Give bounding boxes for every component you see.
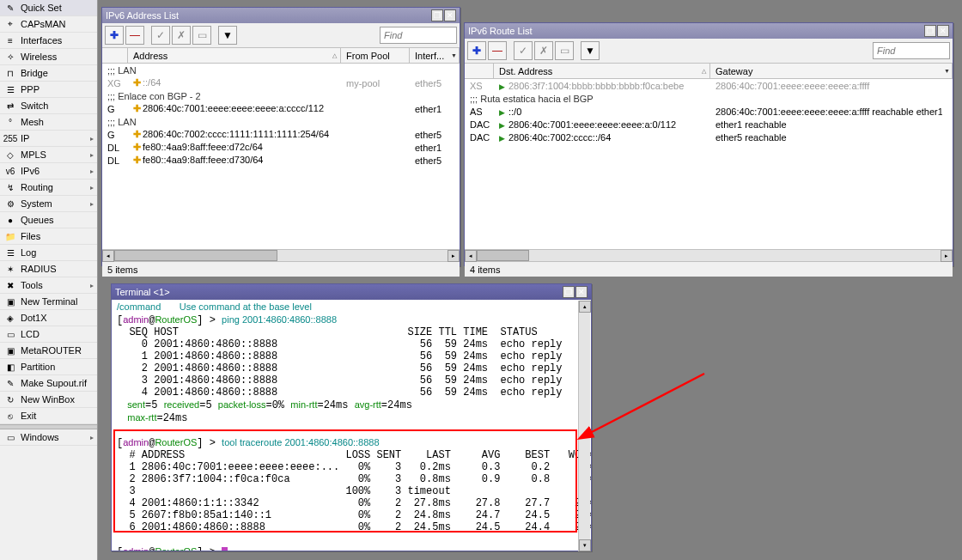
column-interface[interactable]: Interf...▼ bbox=[410, 48, 460, 63]
sidebar-item[interactable]: ✎Make Supout.rif bbox=[0, 375, 97, 392]
table-row[interactable]: DAC▶2806:40c:7002:cccc::/64ether5 reacha… bbox=[465, 131, 953, 143]
address-icon: ✚ bbox=[133, 129, 141, 139]
table-row[interactable]: DAC▶2806:40c:7001:eeee:eeee:eeee:a:0/112… bbox=[465, 118, 953, 131]
scroll-down-button[interactable]: ▾ bbox=[579, 539, 591, 551]
menu-icon: ◈ bbox=[3, 311, 17, 325]
sidebar-item[interactable]: ▭LCD bbox=[0, 326, 97, 343]
address-icon: ✚ bbox=[133, 155, 141, 165]
comment-button[interactable]: ▭ bbox=[555, 41, 574, 60]
window-close-button[interactable]: ✕ bbox=[444, 9, 456, 21]
find-input[interactable] bbox=[380, 27, 457, 44]
table-group: ;;; Enlace con BGP - 2 bbox=[102, 89, 460, 102]
table-row[interactable]: XG✚::/64my-poolether5 bbox=[102, 76, 460, 89]
table-row[interactable]: DL✚fe80::4aa9:8aff:feee:d730/64ether5 bbox=[102, 154, 460, 167]
table-row[interactable]: G✚2806:40c:7002:cccc:1111:1111:1111:254/… bbox=[102, 128, 460, 141]
sidebar-item[interactable]: v6IPv6▸ bbox=[0, 163, 97, 180]
menu-icon: ✎ bbox=[3, 1, 17, 15]
sidebar-item[interactable]: ⊓Bridge bbox=[0, 65, 97, 82]
scroll-right-button[interactable]: ▸ bbox=[941, 250, 953, 262]
sidebar-item[interactable]: ⎋Exit bbox=[0, 408, 97, 424]
sidebar-item-label: IPv6 bbox=[21, 166, 40, 176]
sidebar-item-label: Wireless bbox=[21, 52, 57, 62]
annotation-arrow bbox=[575, 369, 713, 447]
table-row[interactable]: DL✚fe80::4aa9:8aff:feee:d72c/64ether1 bbox=[102, 141, 460, 154]
window-close-button[interactable]: ✕ bbox=[575, 286, 588, 298]
sidebar-item[interactable]: ●Queues bbox=[0, 212, 97, 228]
column-flag[interactable] bbox=[102, 48, 128, 63]
table-row[interactable]: G✚2806:40c:7001:eeee:eeee:eeee:a:cccc/11… bbox=[102, 102, 460, 115]
sidebar-item[interactable]: ⇄Switch bbox=[0, 98, 97, 114]
window-close-button[interactable]: ✕ bbox=[937, 25, 949, 37]
sidebar-item[interactable]: ▣MetaROUTER bbox=[0, 343, 97, 359]
sidebar-item[interactable]: ≡Interfaces bbox=[0, 33, 97, 49]
sidebar-item[interactable]: ▣New Terminal bbox=[0, 294, 97, 310]
sidebar-item[interactable]: ↻New WinBox bbox=[0, 392, 97, 408]
sidebar-item[interactable]: ⚙System▸ bbox=[0, 196, 97, 212]
scroll-up-button[interactable]: ▴ bbox=[579, 301, 591, 313]
sidebar-item[interactable]: 📁Files bbox=[0, 228, 97, 245]
menu-icon: ✶ bbox=[3, 262, 17, 276]
menu-icon: v6 bbox=[3, 164, 17, 178]
sidebar-item[interactable]: ✖Tools▸ bbox=[0, 277, 97, 294]
table-body[interactable]: XS▶2806:3f7:1004:bbbb:bbbb:bbbb:f0ca:beb… bbox=[465, 79, 953, 249]
find-input[interactable] bbox=[873, 42, 950, 59]
window-restore-button[interactable]: ❐ bbox=[431, 9, 443, 21]
sidebar-item[interactable]: ⟡Wireless bbox=[0, 49, 97, 65]
comment-button[interactable]: ▭ bbox=[192, 26, 211, 45]
column-dst-address[interactable]: Dst. Address△ bbox=[494, 64, 710, 78]
table-row[interactable]: XS▶2806:3f7:1004:bbbb:bbbb:bbbb:f0ca:beb… bbox=[465, 79, 953, 92]
disable-button[interactable]: ✗ bbox=[534, 41, 553, 60]
sidebar-item[interactable]: ☰PPP bbox=[0, 82, 97, 98]
submenu-arrow-icon: ▸ bbox=[90, 135, 94, 143]
sidebar-item[interactable]: ☰Log bbox=[0, 245, 97, 261]
menu-icon: ✎ bbox=[3, 376, 17, 390]
disable-button[interactable]: ✗ bbox=[172, 26, 191, 45]
menu-icon: 📁 bbox=[3, 229, 17, 243]
terminal-output[interactable]: /command Use command at the base level [… bbox=[112, 300, 591, 551]
scroll-left-button[interactable]: ◂ bbox=[465, 250, 477, 262]
scroll-thumb[interactable] bbox=[477, 250, 529, 261]
sidebar-item[interactable]: ⌖CAPsMAN bbox=[0, 16, 97, 33]
horizontal-scrollbar[interactable]: ◂ ▸ bbox=[465, 249, 953, 261]
table-body[interactable]: ;;; LANXG✚::/64my-poolether5;;; Enlace c… bbox=[102, 64, 460, 249]
sidebar-item[interactable]: ◧Partition bbox=[0, 359, 97, 375]
enable-button[interactable]: ✓ bbox=[514, 41, 533, 60]
sidebar-item[interactable]: 255IP▸ bbox=[0, 131, 97, 147]
add-button[interactable]: ✚ bbox=[467, 41, 486, 60]
sidebar-item-label: IP bbox=[21, 133, 29, 143]
sidebar-item-windows[interactable]: ▭ Windows ▸ bbox=[0, 429, 97, 446]
table-row[interactable]: AS▶::/02806:40c:7001:eeee:eeee:eeee:a:ff… bbox=[465, 105, 953, 118]
column-gateway[interactable]: Gateway▼ bbox=[710, 64, 953, 78]
filter-button[interactable]: ▼ bbox=[218, 26, 237, 45]
sidebar-item[interactable]: ↯Routing▸ bbox=[0, 180, 97, 196]
sidebar-item[interactable]: ◇MPLS▸ bbox=[0, 147, 97, 163]
sidebar-item-label: CAPsMAN bbox=[21, 19, 66, 29]
sidebar-item[interactable]: ◈Dot1X bbox=[0, 310, 97, 326]
windows-icon: ▭ bbox=[3, 430, 17, 444]
add-button[interactable]: ✚ bbox=[105, 26, 124, 45]
window-restore-button[interactable]: ❐ bbox=[924, 25, 936, 37]
enable-button[interactable]: ✓ bbox=[151, 26, 170, 45]
sidebar-item[interactable]: °Mesh bbox=[0, 114, 97, 131]
column-from-pool[interactable]: From Pool bbox=[341, 48, 410, 63]
window-title: Terminal <1> bbox=[115, 287, 170, 297]
menu-icon: ▣ bbox=[3, 344, 17, 357]
scroll-right-button[interactable]: ▸ bbox=[448, 250, 460, 262]
sidebar-item[interactable]: ✶RADIUS bbox=[0, 261, 97, 277]
vertical-scrollbar[interactable]: ▴ ▾ bbox=[578, 301, 590, 551]
filter-button[interactable]: ▼ bbox=[581, 41, 600, 60]
sidebar-item[interactable]: ✎Quick Set bbox=[0, 0, 97, 16]
scroll-left-button[interactable]: ◂ bbox=[102, 250, 114, 262]
route-icon: ▶ bbox=[499, 121, 505, 130]
window-restore-button[interactable]: ❐ bbox=[563, 286, 575, 298]
window-titlebar[interactable]: IPv6 Route List ❐ ✕ bbox=[465, 23, 953, 39]
horizontal-scrollbar[interactable]: ◂ ▸ bbox=[102, 249, 460, 261]
scroll-thumb[interactable] bbox=[114, 250, 277, 261]
column-flag[interactable] bbox=[465, 64, 494, 78]
column-address[interactable]: Address△ bbox=[128, 48, 341, 63]
window-titlebar[interactable]: Terminal <1> ❐ ✕ bbox=[112, 284, 591, 300]
remove-button[interactable]: — bbox=[488, 41, 507, 60]
sidebar-item-label: Queues bbox=[21, 215, 54, 225]
window-titlebar[interactable]: IPv6 Address List ❐ ✕ bbox=[102, 8, 460, 23]
remove-button[interactable]: — bbox=[125, 26, 144, 45]
